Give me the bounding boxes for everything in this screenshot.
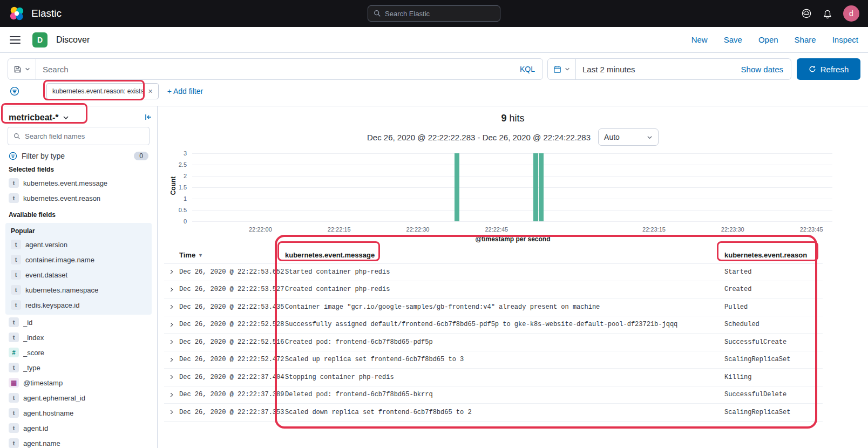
elastic-logo[interactable] bbox=[9, 5, 25, 22]
discover-app-icon[interactable]: D bbox=[32, 32, 48, 47]
add-filter-link[interactable]: + Add filter bbox=[167, 87, 204, 96]
open-button[interactable]: Open bbox=[758, 35, 778, 44]
y-axis-label: Count bbox=[169, 177, 177, 195]
field-item[interactable]: t_type bbox=[0, 360, 157, 375]
inspect-button[interactable]: Inspect bbox=[832, 35, 858, 44]
filter-bar: kubernetes.event.reason: exists × + Add … bbox=[8, 80, 860, 103]
global-search[interactable] bbox=[368, 5, 500, 22]
field-item[interactable]: tcontainer.image.name bbox=[5, 252, 152, 267]
x-tick-label: 22:23:15 bbox=[642, 226, 666, 233]
show-dates-link[interactable]: Show dates bbox=[741, 65, 791, 74]
reason-column-header[interactable]: kubernetes.event.reason bbox=[724, 251, 823, 259]
field-item[interactable]: tkubernetes.event.reason bbox=[0, 191, 157, 206]
sort-descending-icon[interactable]: ▼ bbox=[198, 253, 203, 258]
user-avatar[interactable]: d bbox=[843, 5, 859, 22]
field-item[interactable]: ▦@timestamp bbox=[0, 375, 157, 390]
menu-icon[interactable] bbox=[10, 36, 21, 44]
filter-icon bbox=[9, 152, 17, 160]
calendar-field-icon: ▦ bbox=[9, 378, 19, 388]
alerts-icon[interactable] bbox=[823, 8, 832, 19]
close-icon[interactable]: × bbox=[148, 87, 152, 96]
time-range-value[interactable]: Last 2 minutes bbox=[576, 65, 741, 74]
field-name: _index bbox=[23, 334, 44, 342]
available-fields-list: t_idt_index#_scoret_type▦@timestamptagen… bbox=[0, 315, 157, 448]
table-row[interactable]: Dec 26, 2020 @ 22:22:37.404Stopping cont… bbox=[164, 369, 823, 386]
row-reason: ScalingReplicaSet bbox=[724, 409, 823, 416]
calendar-icon[interactable] bbox=[548, 59, 576, 79]
expand-row-button[interactable] bbox=[164, 323, 179, 327]
search-icon bbox=[374, 10, 381, 17]
expand-row-button[interactable] bbox=[164, 305, 179, 309]
text-field-icon: t bbox=[9, 393, 19, 403]
text-field-icon: t bbox=[9, 317, 19, 327]
field-item[interactable]: tagent.ephemeral_id bbox=[0, 390, 157, 405]
histogram-bar[interactable] bbox=[455, 153, 459, 221]
message-column-header[interactable]: kubernetes.event.message bbox=[285, 251, 724, 259]
expand-row-button[interactable] bbox=[164, 270, 179, 274]
chevron-right-icon bbox=[168, 358, 173, 362]
filter-pill[interactable]: kubernetes.event.reason: exists × bbox=[46, 83, 159, 99]
histogram-bar[interactable] bbox=[539, 153, 544, 221]
chevron-right-icon bbox=[168, 393, 173, 397]
histogram-plot[interactable]: 00.511.522.5322:22:0022:22:1522:22:3022:… bbox=[192, 153, 832, 221]
gridline bbox=[192, 176, 832, 177]
table-row[interactable]: Dec 26, 2020 @ 22:22:37.353Scaled down r… bbox=[164, 404, 823, 422]
cloud-icon[interactable] bbox=[801, 8, 812, 19]
field-item[interactable]: tkubernetes.event.message bbox=[0, 175, 157, 191]
table-row[interactable]: Dec 26, 2020 @ 22:22:53.527Created conta… bbox=[164, 281, 823, 299]
chevron-right-icon bbox=[168, 323, 173, 327]
expand-row-button[interactable] bbox=[164, 375, 179, 379]
field-item[interactable]: tredis.keyspace.id bbox=[5, 297, 152, 313]
histogram-bar[interactable] bbox=[533, 153, 538, 221]
field-item[interactable]: tkubernetes.namespace bbox=[5, 282, 152, 297]
expand-row-button[interactable] bbox=[164, 288, 179, 291]
table-row[interactable]: Dec 26, 2020 @ 22:22:52.528Successfully … bbox=[164, 316, 823, 334]
interval-select[interactable]: Auto bbox=[598, 128, 659, 146]
table-row[interactable]: Dec 26, 2020 @ 22:22:52.516Created pod: … bbox=[164, 334, 823, 351]
table-row[interactable]: Dec 26, 2020 @ 22:22:37.389Deleted pod: … bbox=[164, 386, 823, 404]
text-field-icon: t bbox=[11, 240, 21, 249]
table-row[interactable]: Dec 26, 2020 @ 22:22:53.435Container ima… bbox=[164, 298, 823, 316]
time-column-header[interactable]: Time ▼ bbox=[179, 251, 285, 259]
expand-row-button[interactable] bbox=[164, 410, 179, 414]
index-pattern-name: metricbeat-* bbox=[9, 113, 58, 123]
field-item[interactable]: #_score bbox=[0, 345, 157, 360]
refresh-button[interactable]: Refresh bbox=[797, 58, 860, 80]
field-search-input[interactable] bbox=[25, 132, 144, 140]
y-tick-label: 1.5 bbox=[179, 184, 187, 191]
global-search-input[interactable] bbox=[385, 10, 494, 18]
field-item[interactable]: t_index bbox=[0, 330, 157, 345]
index-pattern-select[interactable]: metricbeat-* bbox=[0, 106, 157, 127]
filter-icon[interactable] bbox=[10, 86, 19, 96]
field-item[interactable]: t_id bbox=[0, 315, 157, 330]
row-time: Dec 26, 2020 @ 22:22:52.472 bbox=[179, 356, 285, 363]
new-button[interactable]: New bbox=[691, 35, 708, 44]
query-search-input[interactable] bbox=[36, 65, 512, 74]
row-time: Dec 26, 2020 @ 22:22:53.527 bbox=[179, 286, 285, 293]
gridline bbox=[192, 187, 832, 188]
field-item[interactable]: tagent.version bbox=[5, 237, 152, 252]
table-row[interactable]: Dec 26, 2020 @ 22:22:53.652Started conta… bbox=[164, 263, 823, 281]
row-time: Dec 26, 2020 @ 22:22:52.516 bbox=[179, 338, 285, 346]
expand-row-button[interactable] bbox=[164, 358, 179, 362]
date-picker: Last 2 minutes Show dates bbox=[547, 58, 791, 80]
save-button[interactable]: Save bbox=[724, 35, 742, 44]
field-item[interactable]: tagent.name bbox=[0, 436, 157, 448]
chevron-right-icon bbox=[168, 270, 173, 274]
row-time: Dec 26, 2020 @ 22:22:53.652 bbox=[179, 268, 285, 276]
expand-row-button[interactable] bbox=[164, 393, 179, 397]
y-tick-label: 1 bbox=[184, 195, 187, 202]
kql-switch-button[interactable]: KQL bbox=[512, 65, 542, 73]
saved-query-menu-button[interactable] bbox=[8, 59, 36, 79]
expand-row-button[interactable] bbox=[164, 340, 179, 344]
collapse-sidebar-icon[interactable] bbox=[144, 113, 153, 124]
field-search[interactable] bbox=[8, 127, 150, 145]
field-item[interactable]: tagent.hostname bbox=[0, 405, 157, 420]
filter-by-type-button[interactable]: Filter by type 0 bbox=[9, 152, 148, 160]
table-row[interactable]: Dec 26, 2020 @ 22:22:52.472Scaled up rep… bbox=[164, 351, 823, 369]
results-table: Time ▼ kubernetes.event.message kubernet… bbox=[164, 247, 823, 422]
row-message: Created container php-redis bbox=[285, 286, 724, 293]
share-button[interactable]: Share bbox=[795, 35, 816, 44]
field-item[interactable]: tevent.dataset bbox=[5, 267, 152, 282]
field-item[interactable]: tagent.id bbox=[0, 420, 157, 436]
